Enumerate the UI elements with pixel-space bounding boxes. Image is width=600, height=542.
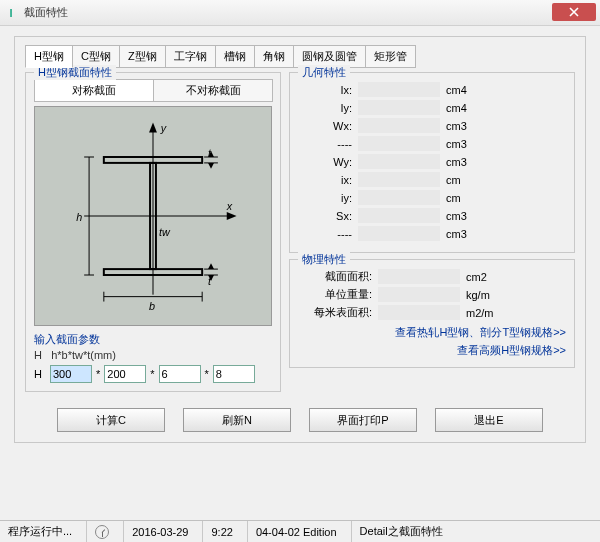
axis-y-label: y xyxy=(160,122,167,134)
geom-label: Wx: xyxy=(298,120,358,132)
tab-h-steel[interactable]: H型钢 xyxy=(25,45,73,68)
phys-row: 每米表面积:m2/m xyxy=(298,305,566,320)
calc-button[interactable]: 计算C xyxy=(57,408,165,432)
link-hotrolled-spec[interactable]: 查看热轧H型钢、剖分T型钢规格>> xyxy=(298,324,566,342)
clock-icon xyxy=(95,525,109,539)
geom-unit: cm3 xyxy=(446,210,484,222)
geometry-group-label: 几何特性 xyxy=(298,65,350,80)
status-date: 2016-03-29 xyxy=(123,521,196,542)
geom-unit: cm4 xyxy=(446,84,484,96)
button-row: 计算C 刷新N 界面打印P 退出E xyxy=(25,408,575,432)
physical-group-label: 物理特性 xyxy=(298,252,350,267)
geom-value xyxy=(358,154,440,169)
geometry-groupbox: 几何特性 Ix:cm4Iy:cm4Wx:cm3----cm3Wy:cm3ix:c… xyxy=(289,72,575,253)
param-hint: h*b*tw*t(mm) xyxy=(51,349,116,361)
param-row-label: H xyxy=(34,368,48,380)
geom-unit: cm3 xyxy=(446,120,484,132)
geom-row: ----cm3 xyxy=(298,226,566,241)
physical-groupbox: 物理特性 截面面积:cm2单位重量:kg/m每米表面积:m2/m 查看热轧H型钢… xyxy=(289,259,575,368)
param-group: 输入截面参数 H h*b*tw*t(mm) H * * * xyxy=(34,332,272,383)
phys-value xyxy=(378,269,460,284)
svg-marker-3 xyxy=(227,212,237,220)
geom-value xyxy=(358,208,440,223)
link-highfreq-spec[interactable]: 查看高频H型钢规格>> xyxy=(298,342,566,360)
svg-marker-19 xyxy=(208,263,214,269)
status-edition: 04-04-02 Edition xyxy=(247,521,345,542)
phys-unit: cm2 xyxy=(466,271,504,283)
svg-marker-1 xyxy=(149,123,157,133)
geom-value xyxy=(358,172,440,187)
status-time: 9:22 xyxy=(202,521,240,542)
input-b[interactable] xyxy=(104,365,146,383)
tab-i-steel[interactable]: 工字钢 xyxy=(165,45,216,68)
geom-unit: cm3 xyxy=(446,138,484,150)
geom-row: iy:cm xyxy=(298,190,566,205)
phys-value xyxy=(378,287,460,302)
geom-unit: cm4 xyxy=(446,102,484,114)
dim-tw-label: tw xyxy=(159,226,171,238)
status-clock-cell xyxy=(86,521,117,542)
geom-label: Wy: xyxy=(298,156,358,168)
input-t[interactable] xyxy=(213,365,255,383)
phys-unit: kg/m xyxy=(466,289,504,301)
outer-frame: H型钢 C型钢 Z型钢 工字钢 槽钢 角钢 圆钢及圆管 矩形管 H型钢截面特性 … xyxy=(14,36,586,443)
geom-label: Iy: xyxy=(298,102,358,114)
geom-value xyxy=(358,100,440,115)
geom-label: Ix: xyxy=(298,84,358,96)
phys-unit: m2/m xyxy=(466,307,504,319)
phys-row: 截面面积:cm2 xyxy=(298,269,566,284)
window-title: 截面特性 xyxy=(24,5,596,20)
tab-z-steel[interactable]: Z型钢 xyxy=(119,45,166,68)
phys-label: 截面面积: xyxy=(298,269,378,284)
geom-unit: cm3 xyxy=(446,156,484,168)
geom-row: Iy:cm4 xyxy=(298,100,566,115)
svg-marker-16 xyxy=(208,163,214,169)
geom-row: Wy:cm3 xyxy=(298,154,566,169)
titlebar: I 截面特性 xyxy=(0,0,600,26)
dim-h-label: h xyxy=(76,211,82,223)
mul-3: * xyxy=(203,368,211,380)
print-button[interactable]: 界面打印P xyxy=(309,408,417,432)
exit-button[interactable]: 退出E xyxy=(435,408,543,432)
app-icon: I xyxy=(4,6,18,20)
param-inputs-row: H * * * xyxy=(34,365,272,383)
geom-row: ----cm3 xyxy=(298,136,566,151)
phys-label: 每米表面积: xyxy=(298,305,378,320)
geom-unit: cm xyxy=(446,192,484,204)
tab-angle[interactable]: 角钢 xyxy=(254,45,294,68)
geom-label: Sx: xyxy=(298,210,358,222)
phys-label: 单位重量: xyxy=(298,287,378,302)
axis-x-label: x xyxy=(226,200,233,212)
input-tw[interactable] xyxy=(159,365,201,383)
symmetry-tabs: 对称截面 不对称截面 xyxy=(34,79,272,102)
refresh-button[interactable]: 刷新N xyxy=(183,408,291,432)
tab-asymmetric[interactable]: 不对称截面 xyxy=(153,79,273,102)
status-running: 程序运行中... xyxy=(8,521,80,542)
statusbar: 程序运行中... 2016-03-29 9:22 04-04-02 Editio… xyxy=(0,520,600,542)
geom-unit: cm xyxy=(446,174,484,186)
close-button[interactable] xyxy=(552,3,596,21)
phys-value xyxy=(378,305,460,320)
geom-value xyxy=(358,136,440,151)
geom-label: ---- xyxy=(298,138,358,150)
tab-channel[interactable]: 槽钢 xyxy=(215,45,255,68)
section-groupbox: H型钢截面特性 对称截面 不对称截面 y x xyxy=(25,72,281,392)
input-h[interactable] xyxy=(50,365,92,383)
geom-label: iy: xyxy=(298,192,358,204)
geom-value xyxy=(358,118,440,133)
status-detail: Detail之截面特性 xyxy=(351,521,451,542)
main-area: H型钢 C型钢 Z型钢 工字钢 槽钢 角钢 圆钢及圆管 矩形管 H型钢截面特性 … xyxy=(0,26,600,449)
mul-2: * xyxy=(148,368,156,380)
mul-1: * xyxy=(94,368,102,380)
section-diagram: y x h xyxy=(34,106,272,326)
geom-value xyxy=(358,190,440,205)
geom-label: ---- xyxy=(298,228,358,240)
geom-value xyxy=(358,226,440,241)
geom-row: Sx:cm3 xyxy=(298,208,566,223)
tab-rect-tube[interactable]: 矩形管 xyxy=(365,45,416,68)
geom-row: ix:cm xyxy=(298,172,566,187)
param-group-label: 输入截面参数 xyxy=(34,332,272,347)
dim-b-label: b xyxy=(149,300,155,312)
tab-symmetric[interactable]: 对称截面 xyxy=(34,79,154,102)
param-hint-prefix: H xyxy=(34,349,42,361)
